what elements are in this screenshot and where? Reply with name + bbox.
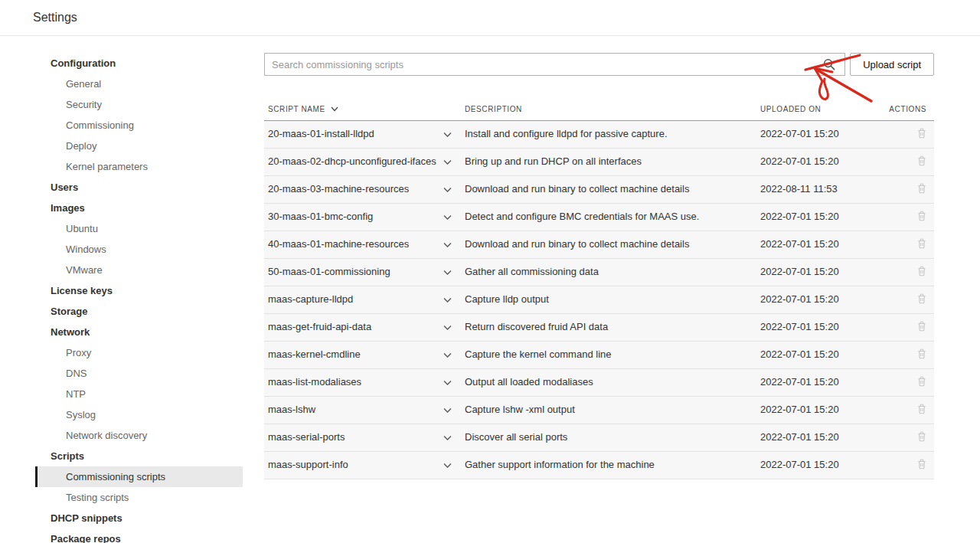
sidebar-item-label: Windows — [66, 244, 106, 255]
sidebar-item[interactable]: Ubuntu — [35, 218, 243, 239]
script-description: Download and run binary to collect machi… — [456, 182, 758, 197]
script-name-cell: maas-get-fruid-api-data — [264, 320, 456, 335]
sidebar-item-label: Security — [66, 99, 102, 110]
delete-icon[interactable] — [917, 155, 926, 169]
script-name-cell: maas-list-modaliases — [264, 375, 456, 390]
chevron-down-icon[interactable] — [443, 159, 452, 165]
delete-icon[interactable] — [917, 266, 926, 280]
delete-icon[interactable] — [917, 404, 926, 417]
script-name-cell: maas-support-info — [264, 458, 456, 473]
chevron-down-icon[interactable] — [443, 242, 452, 248]
chevron-down-icon[interactable] — [443, 214, 452, 221]
sidebar-item-label: Network — [51, 326, 90, 338]
uploaded-on: 2022-07-01 15:20 — [758, 127, 880, 142]
sidebar-item[interactable]: DHCP snippets — [35, 508, 243, 528]
sidebar-item[interactable]: Testing scripts — [35, 487, 243, 508]
chevron-down-icon[interactable] — [443, 132, 452, 138]
settings-sidebar: Configuration General Security Commissio… — [0, 36, 245, 543]
chevron-down-icon[interactable] — [443, 187, 452, 193]
sort-chevron-down-icon — [331, 106, 338, 112]
sidebar-item-label: DNS — [66, 368, 87, 379]
chevron-down-icon[interactable] — [443, 463, 452, 469]
sidebar-item-label: Network discovery — [66, 430, 147, 441]
chevron-down-icon[interactable] — [443, 352, 452, 358]
sidebar-item[interactable]: Commissioning scripts — [35, 466, 243, 487]
actions-cell — [880, 210, 934, 224]
search-icon[interactable] — [823, 58, 835, 70]
chevron-down-icon[interactable] — [443, 407, 452, 414]
delete-icon[interactable] — [917, 321, 926, 335]
table-row: 20-maas-03-machine-resources Download an… — [264, 176, 934, 204]
delete-icon[interactable] — [917, 128, 926, 142]
delete-icon[interactable] — [917, 183, 926, 197]
table-row: maas-get-fruid-api-data Return discovere… — [264, 314, 934, 342]
script-name-cell: maas-kernel-cmdline — [264, 348, 456, 362]
actions-cell — [880, 458, 934, 473]
chevron-down-icon[interactable] — [443, 297, 452, 303]
upload-script-button[interactable]: Upload script — [850, 53, 934, 76]
sidebar-item[interactable]: VMware — [35, 260, 243, 280]
sidebar-item[interactable]: License keys — [35, 280, 243, 301]
sidebar-item[interactable]: NTP — [35, 384, 243, 404]
sidebar-item[interactable]: Syslog — [35, 404, 243, 425]
script-name-cell: maas-lshw — [264, 403, 456, 417]
script-description: Download and run binary to collect machi… — [456, 237, 758, 252]
script-description: Capture lshw -xml output — [456, 403, 758, 417]
delete-icon[interactable] — [917, 431, 926, 445]
chevron-down-icon[interactable] — [443, 270, 452, 276]
sidebar-item[interactable]: Windows — [35, 239, 243, 260]
sidebar-item[interactable]: Scripts — [35, 446, 243, 466]
sidebar-item[interactable]: Users — [35, 177, 243, 198]
layout: Configuration General Security Commissio… — [0, 36, 980, 543]
sidebar-item-label: Scripts — [51, 450, 84, 462]
chevron-down-icon[interactable] — [443, 325, 452, 331]
delete-icon[interactable] — [917, 459, 926, 473]
script-name-cell: 50-maas-01-commissioning — [264, 265, 456, 280]
sidebar-item[interactable]: Package repos — [35, 528, 243, 543]
sidebar-item[interactable]: General — [35, 74, 243, 94]
sidebar-item[interactable]: Commissioning — [35, 115, 243, 136]
sidebar-item[interactable]: Storage — [35, 301, 243, 322]
search-box — [264, 53, 845, 76]
sidebar-item-label: Proxy — [66, 347, 91, 358]
delete-icon[interactable] — [917, 238, 926, 252]
actions-cell — [880, 430, 934, 445]
sidebar-item-label: DHCP snippets — [51, 512, 122, 524]
sidebar-item-label: Package repos — [51, 533, 121, 543]
sidebar-item-label: General — [66, 78, 101, 90]
delete-icon[interactable] — [917, 293, 926, 307]
table-row: maas-capture-lldpd Capture lldp output 2… — [264, 286, 934, 314]
sidebar-item[interactable]: DNS — [35, 363, 243, 384]
sidebar-item[interactable]: Network — [35, 322, 243, 342]
sidebar-item-label: Testing scripts — [66, 492, 129, 503]
delete-icon[interactable] — [917, 348, 926, 362]
sidebar-item[interactable]: Security — [35, 94, 243, 115]
sidebar-item[interactable]: Network discovery — [35, 425, 243, 446]
actions-cell — [880, 320, 934, 335]
sidebar-item-label: VMware — [66, 264, 103, 276]
script-name-cell: 30-maas-01-bmc-config — [264, 210, 456, 224]
script-description: Capture the kernel command line — [456, 348, 758, 362]
delete-icon[interactable] — [917, 211, 926, 224]
script-name: 20-maas-01-install-lldpd — [268, 127, 374, 142]
sidebar-item[interactable]: Deploy — [35, 136, 243, 156]
actions-cell — [880, 127, 934, 142]
uploaded-on: 2022-07-01 15:20 — [758, 458, 880, 473]
actions-cell — [880, 348, 934, 362]
sidebar-item[interactable]: Configuration — [35, 53, 243, 74]
uploaded-on: 2022-07-01 15:20 — [758, 155, 880, 169]
sidebar-item-label: Commissioning scripts — [66, 471, 165, 482]
chevron-down-icon[interactable] — [443, 435, 452, 441]
script-description: Detect and configure BMC credentials for… — [456, 210, 758, 224]
column-header-actions: ACTIONS — [880, 105, 934, 113]
sidebar-item[interactable]: Images — [35, 198, 243, 218]
sidebar-item[interactable]: Kernel parameters — [35, 156, 243, 177]
delete-icon[interactable] — [917, 376, 926, 390]
sidebar-item[interactable]: Proxy — [35, 342, 243, 363]
chevron-down-icon[interactable] — [443, 380, 452, 386]
search-input[interactable] — [264, 53, 845, 76]
scripts-table: SCRIPT NAME DESCRIPTION UPLOADED ON ACTI… — [264, 105, 934, 479]
script-description: Gather all commissioning data — [456, 265, 758, 280]
uploaded-on: 2022-07-01 15:20 — [758, 348, 880, 362]
column-header-script-name[interactable]: SCRIPT NAME — [264, 105, 456, 113]
